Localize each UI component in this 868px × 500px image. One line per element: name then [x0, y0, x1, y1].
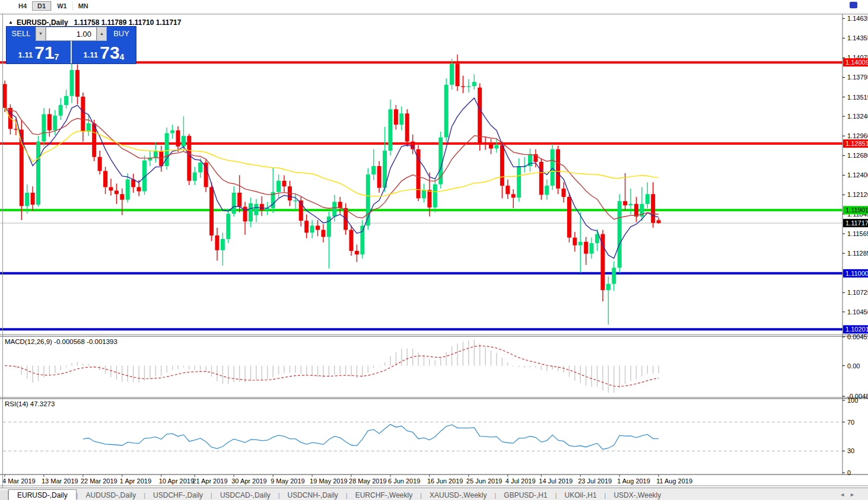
svg-text:1.10201: 1.10201	[845, 326, 868, 333]
svg-text:11 Aug 2019: 11 Aug 2019	[656, 477, 692, 485]
svg-text:4 Mar 2019: 4 Mar 2019	[2, 477, 36, 485]
svg-text:1.11285: 1.11285	[847, 250, 868, 257]
buy-price-big: 73	[100, 44, 119, 62]
svg-text:1.14009: 1.14009	[845, 59, 868, 66]
chart-tab-ukoil[interactable]: UKOil-,H1	[557, 490, 605, 500]
svg-text:0.004517: 0.004517	[847, 333, 868, 340]
svg-text:1.12851: 1.12851	[845, 140, 868, 147]
buy-button[interactable]: BUY	[107, 27, 136, 41]
chart-symbol-label: EURUSD-,Daily	[17, 18, 68, 27]
chart-tab-xauusd[interactable]: XAUUSD-,Weekly	[422, 490, 494, 500]
chart-tab-gbpusd[interactable]: GBPUSD-,H1	[496, 490, 555, 500]
timeframe-button-h4[interactable]: H4	[13, 1, 32, 11]
svg-text:19 May 2019: 19 May 2019	[310, 477, 348, 485]
svg-text:21 Apr 2019: 21 Apr 2019	[192, 477, 227, 485]
svg-text:1.11000: 1.11000	[845, 270, 868, 277]
volume-increase-button[interactable]: ▲	[97, 27, 107, 41]
timeframe-button-d1[interactable]: D1	[32, 1, 51, 11]
svg-text:14 Jul 2019: 14 Jul 2019	[539, 477, 573, 485]
chart-tab-usdx[interactable]: USDX-,Weekly	[606, 490, 669, 500]
timeframe-button-mn[interactable]: MN	[72, 1, 94, 11]
svg-text:23 Jul 2019: 23 Jul 2019	[578, 477, 612, 485]
svg-text:1.12120: 1.12120	[847, 191, 868, 198]
tab-scroll-left-icon: ◄	[840, 492, 850, 498]
svg-text:1.14355: 1.14355	[847, 34, 868, 42]
timeframe-toolbar: H4D1W1MN	[0, 0, 868, 14]
tab-scroll-right-icon: ►	[850, 492, 860, 498]
svg-text:1 Apr 2019: 1 Apr 2019	[120, 477, 151, 485]
chart-window: 1.146351.143551.140751.137951.135151.132…	[0, 14, 868, 488]
sell-price-prefix: 1.11	[18, 49, 33, 62]
sell-price-big: 71	[34, 44, 54, 62]
volume-decrease-button[interactable]: ▼	[36, 27, 46, 41]
buy-price-quote[interactable]: 1.11734	[72, 41, 136, 63]
svg-text:28 May 2019: 28 May 2019	[349, 477, 387, 485]
buy-price-pip: 4	[120, 52, 125, 62]
mt4-window: H4D1W1MN 1.146351.143551.140751.137951.1…	[0, 0, 868, 500]
window-border-top	[0, 14, 868, 15]
svg-text:RSI(14) 47.3273: RSI(14) 47.3273	[5, 400, 55, 407]
svg-text:MACD(12,26,9) -0.000568 -0.001: MACD(12,26,9) -0.000568 -0.001393	[5, 338, 117, 345]
svg-text:1.12680: 1.12680	[847, 152, 868, 159]
svg-text:0: 0	[847, 469, 851, 476]
svg-text:1.13795: 1.13795	[847, 74, 868, 81]
buy-price-prefix: 1.11	[84, 49, 98, 62]
svg-text:1.14635: 1.14635	[847, 15, 868, 22]
chart-plot[interactable]: 1.146351.143551.140751.137951.135151.132…	[0, 14, 868, 488]
tab-scroll-arrows[interactable]: ◄►	[840, 492, 860, 500]
svg-text:4 Jul 2019: 4 Jul 2019	[505, 477, 536, 485]
svg-text:1.13240: 1.13240	[847, 113, 868, 120]
chart-tab-usdchf[interactable]: USDCHF-,Daily	[145, 490, 211, 500]
sell-price-quote[interactable]: 1.11717	[7, 41, 72, 63]
svg-text:1.11717: 1.11717	[845, 219, 868, 227]
one-click-trading-widget: SELL ▼ ▲ BUY 1.11717 1.11734	[6, 26, 136, 64]
svg-text:25 Jun 2019: 25 Jun 2019	[466, 477, 503, 485]
svg-text:100: 100	[847, 397, 858, 404]
svg-text:1.12400: 1.12400	[847, 171, 868, 179]
svg-text:1.11565: 1.11565	[847, 230, 868, 237]
chart-tab-audusd[interactable]: AUDUSD-,Daily	[78, 490, 144, 500]
svg-text:6 Jun 2019: 6 Jun 2019	[388, 477, 420, 485]
svg-text:1.13515: 1.13515	[847, 94, 868, 101]
svg-text:1.10450: 1.10450	[847, 308, 868, 316]
svg-text:30: 30	[847, 447, 854, 454]
svg-text:22 Mar 2019: 22 Mar 2019	[81, 477, 117, 485]
sell-button[interactable]: SELL	[7, 27, 36, 41]
svg-text:1 Aug 2019: 1 Aug 2019	[617, 477, 650, 485]
window-icon	[850, 2, 857, 8]
window-border	[2, 14, 3, 488]
svg-text:9 May 2019: 9 May 2019	[271, 477, 304, 485]
chart-tab-usdcnh[interactable]: USDCNH-,Daily	[280, 490, 346, 500]
svg-text:16 Jun 2019: 16 Jun 2019	[427, 477, 463, 485]
svg-text:1.12960: 1.12960	[847, 132, 868, 139]
chart-ohlc-values: 1.11758 1.11789 1.11710 1.11717	[74, 18, 182, 27]
svg-text:30 Apr 2019: 30 Apr 2019	[231, 477, 266, 485]
collapse-triangle-icon[interactable]: ▲	[8, 20, 13, 25]
svg-text:1.10725: 1.10725	[847, 289, 868, 296]
chart-tab-usdcad[interactable]: USDCAD-,Daily	[212, 490, 278, 500]
tab-stub	[0, 491, 8, 500]
chart-tab-bar: EURUSD-,Daily|AUDUSD-,Daily|USDCHF-,Dail…	[0, 488, 868, 500]
chart-tab-eurusd[interactable]: EURUSD-,Daily	[8, 489, 77, 500]
svg-text:0.00: 0.00	[847, 362, 860, 370]
svg-text:13 Mar 2019: 13 Mar 2019	[42, 477, 78, 485]
timeframe-button-w1[interactable]: W1	[51, 1, 72, 11]
chart-tab-eurchf[interactable]: EURCHF-,Weekly	[348, 490, 420, 500]
sell-price-pip: 7	[55, 52, 59, 62]
svg-text:70: 70	[847, 419, 854, 426]
chart-title: ▲EURUSD-,Daily1.11758 1.11789 1.11710 1.…	[8, 18, 181, 27]
svg-text:1.11901: 1.11901	[845, 206, 868, 214]
volume-input[interactable]	[46, 27, 97, 41]
svg-text:10 Apr 2019: 10 Apr 2019	[159, 477, 194, 485]
